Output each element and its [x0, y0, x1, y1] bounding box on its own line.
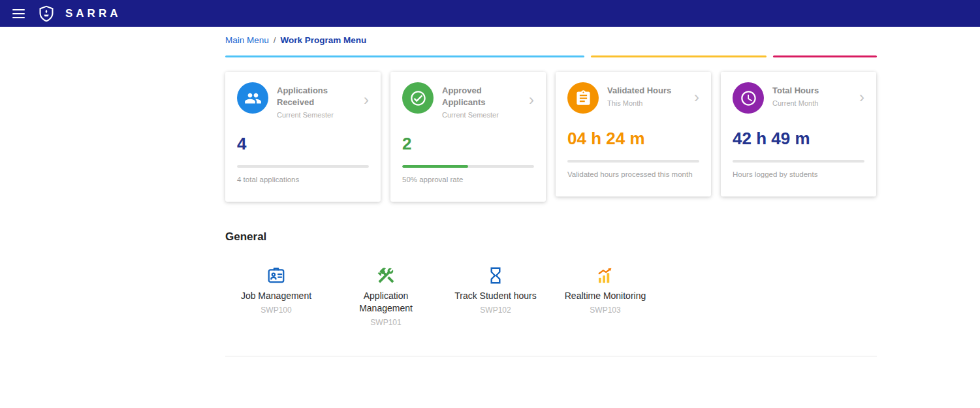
progress-bar [237, 165, 369, 168]
card-title: Total Hours [772, 85, 849, 97]
clock-icon [733, 82, 764, 114]
card-validated-hours[interactable]: Validated Hours This Month › 04 h 24 m V… [556, 72, 711, 196]
progress-bar [402, 165, 534, 168]
card-caption: 50% approval rate [402, 174, 534, 186]
menu-item-label: Track Student hours [452, 290, 539, 302]
general-section: General Job Management SWP100 [225, 230, 877, 327]
section-title: General [225, 230, 877, 243]
breadcrumb-current-page: Work Program Menu [281, 35, 367, 45]
progress-bar [733, 160, 864, 163]
card-value: 42 h 49 m [733, 129, 864, 149]
accent-segment-blue [225, 55, 584, 57]
card-title: Validated Hours [607, 85, 684, 97]
chevron-right-icon[interactable]: › [528, 92, 534, 109]
progress-fill [402, 165, 468, 168]
card-approved-applicants[interactable]: Approved Applicants Current Semester › 2… [390, 72, 546, 202]
card-title: Approved Applicants [442, 85, 519, 108]
menu-icon[interactable] [10, 7, 27, 21]
general-menu: Job Management SWP100 Application Manage… [225, 264, 877, 327]
people-icon [237, 82, 268, 114]
card-caption: Validated hours processed this month [567, 169, 699, 181]
section-divider [225, 356, 877, 356]
menu-item-track-student-hours[interactable]: Track Student hours SWP102 [452, 264, 539, 327]
menu-item-label: Application Management [343, 290, 429, 315]
card-value: 4 [237, 134, 369, 154]
progress-bar [567, 160, 699, 163]
menu-item-code: SWP101 [343, 318, 429, 327]
check-circle-icon [402, 82, 434, 114]
hourglass-icon [452, 264, 539, 285]
clipboard-icon [567, 82, 599, 114]
id-badge-icon [233, 264, 319, 285]
card-total-hours[interactable]: Total Hours Current Month › 42 h 49 m Ho… [721, 72, 876, 196]
menu-item-application-management[interactable]: Application Management SWP101 [343, 264, 429, 327]
card-subtitle: Current Month [772, 99, 849, 107]
menu-item-label: Job Management [233, 290, 319, 302]
card-subtitle: Current Semester [442, 111, 519, 119]
chevron-right-icon[interactable]: › [693, 89, 699, 106]
chevron-right-icon[interactable]: › [858, 89, 864, 106]
card-caption: Hours logged by students [733, 169, 864, 181]
menu-item-realtime-monitoring[interactable]: Realtime Monitoring SWP103 [562, 264, 648, 327]
menu-item-job-management[interactable]: Job Management SWP100 [233, 264, 319, 327]
breadcrumb: Main Menu / Work Program Menu [225, 27, 877, 45]
stat-cards-row: Applications Received Current Semester ›… [225, 72, 877, 202]
bar-chart-icon [562, 264, 648, 285]
breadcrumb-main-menu[interactable]: Main Menu [225, 35, 269, 45]
menu-item-label: Realtime Monitoring [562, 290, 648, 302]
chevron-right-icon[interactable]: › [362, 92, 369, 109]
menu-item-code: SWP100 [233, 306, 319, 315]
app-title: SARRA [65, 7, 121, 20]
card-applications-received[interactable]: Applications Received Current Semester ›… [225, 72, 381, 202]
menu-item-code: SWP102 [452, 306, 539, 315]
menu-item-code: SWP103 [562, 306, 648, 315]
top-app-bar: SARRA [0, 0, 980, 27]
card-value: 2 [402, 134, 534, 154]
card-caption: 4 total applications [237, 174, 369, 186]
accent-segment-crimson [773, 55, 877, 57]
card-subtitle: Current Semester [277, 111, 354, 119]
card-value: 04 h 24 m [567, 129, 699, 149]
accent-divider [225, 55, 877, 57]
app-logo-icon [37, 5, 55, 23]
card-title: Applications Received [277, 85, 354, 108]
crossed-tools-icon [343, 264, 429, 285]
accent-segment-amber [591, 55, 767, 57]
breadcrumb-separator: / [274, 35, 276, 45]
card-subtitle: This Month [607, 99, 684, 107]
